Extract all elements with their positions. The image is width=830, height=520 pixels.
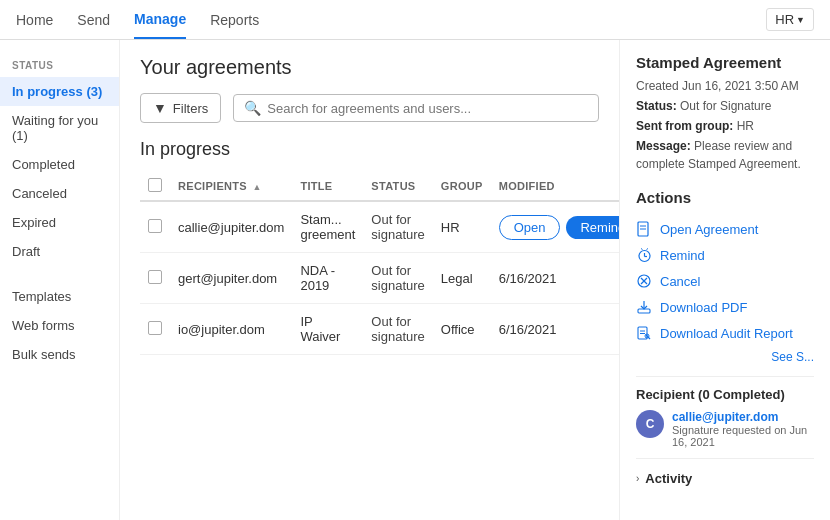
nav-items: Home Send Manage Reports	[16, 1, 259, 39]
nav-send[interactable]: Send	[77, 2, 110, 38]
row1-group: HR	[433, 201, 491, 253]
action-open-agreement[interactable]: Open Agreement	[636, 216, 814, 242]
action-cancel-label: Cancel	[660, 274, 700, 289]
row3-status: Out for signature	[363, 304, 432, 355]
sidebar-item-in-progress[interactable]: In progress (3)	[0, 77, 119, 106]
panel-divider1	[636, 175, 814, 189]
chevron-down-icon: ▼	[796, 15, 805, 25]
recipient-item: C callie@jupiter.dom Signature requested…	[636, 410, 814, 448]
panel-group-label: Sent from group:	[636, 119, 733, 133]
select-all-checkbox[interactable]	[148, 178, 162, 192]
table-row: callie@jupiter.dom Stam... greement Out …	[140, 201, 620, 253]
row3-modified: 6/16/2021	[491, 304, 620, 355]
recipient-section: Recipient (0 Completed) C callie@jupiter…	[636, 376, 814, 448]
search-input[interactable]	[267, 101, 588, 116]
action-remind[interactable]: Remind	[636, 242, 814, 268]
table-row: io@jupiter.dom IP Waiver Out for signatu…	[140, 304, 620, 355]
nav-manage[interactable]: Manage	[134, 1, 186, 39]
row1-checkbox[interactable]	[148, 219, 162, 233]
row1-checkbox-cell	[140, 201, 170, 253]
row2-modified: 6/16/2021	[491, 253, 620, 304]
row1-action-buttons: Open Remind	[499, 215, 620, 240]
panel-status-label: Status:	[636, 99, 677, 113]
row3-checkbox-cell	[140, 304, 170, 355]
col-status: STATUS	[363, 172, 432, 201]
filter-icon: ▼	[153, 100, 167, 116]
action-download-pdf[interactable]: Download PDF	[636, 294, 814, 320]
status-section-label: STATUS	[0, 56, 119, 77]
table-row: gert@jupiter.dom NDA - 2019 Out for sign…	[140, 253, 620, 304]
row1-status: Out for signature	[363, 201, 432, 253]
col-title: TITLE	[292, 172, 363, 201]
row2-checkbox[interactable]	[148, 270, 162, 284]
user-menu[interactable]: HR ▼	[766, 8, 814, 31]
sidebar-item-completed[interactable]: Completed	[0, 150, 119, 179]
download-icon	[636, 299, 652, 315]
row1-recipient: callie@jupiter.dom	[170, 201, 292, 253]
panel-created-date: Created Jun 16, 2021 3:50 AM	[636, 77, 814, 95]
right-panel: Stamped Agreement Created Jun 16, 2021 3…	[620, 40, 830, 520]
audit-icon	[636, 325, 652, 341]
sidebar-item-expired[interactable]: Expired	[0, 208, 119, 237]
col-checkbox	[140, 172, 170, 201]
panel-agreement-title: Stamped Agreement	[636, 54, 814, 71]
row2-group: Legal	[433, 253, 491, 304]
row2-checkbox-cell	[140, 253, 170, 304]
row3-recipient: io@jupiter.dom	[170, 304, 292, 355]
row3-title: IP Waiver	[292, 304, 363, 355]
row1-open-button[interactable]: Open	[499, 215, 561, 240]
row3-status-badge: Out for signature	[371, 314, 424, 344]
sidebar-item-draft[interactable]: Draft	[0, 237, 119, 266]
search-bar: 🔍	[233, 94, 599, 122]
row1-title: Stam... greement	[292, 201, 363, 253]
cancel-icon	[636, 273, 652, 289]
sort-icon: ▲	[252, 182, 261, 192]
col-group: GROUP	[433, 172, 491, 201]
recipient-section-title: Recipient (0 Completed)	[636, 387, 814, 402]
toolbar: ▼ Filters 🔍	[140, 93, 599, 123]
sidebar-divider	[0, 266, 119, 282]
row2-recipient: gert@jupiter.dom	[170, 253, 292, 304]
recipient-avatar: C	[636, 410, 664, 438]
sidebar-item-bulk-sends[interactable]: Bulk sends	[0, 340, 119, 369]
svg-line-6	[641, 248, 643, 249]
panel-message-row: Message: Please review and complete Stam…	[636, 137, 814, 173]
action-cancel[interactable]: Cancel	[636, 268, 814, 294]
action-open-agreement-label: Open Agreement	[660, 222, 758, 237]
table-header-row: RECIPIENTS ▲ TITLE STATUS GROUP MODIFIED	[140, 172, 620, 201]
page-title: Your agreements	[140, 56, 599, 79]
row3-checkbox[interactable]	[148, 321, 162, 335]
recipient-info: callie@jupiter.dom Signature requested o…	[672, 410, 814, 448]
action-download-audit[interactable]: Download Audit Report	[636, 320, 814, 346]
sidebar-item-web-forms[interactable]: Web forms	[0, 311, 119, 340]
row2-status: Out for signature	[363, 253, 432, 304]
col-modified: MODIFIED	[491, 172, 620, 201]
row2-title: NDA - 2019	[292, 253, 363, 304]
panel-status-value: Out for Signature	[680, 99, 771, 113]
sidebar-item-waiting-for-you[interactable]: Waiting for you (1)	[0, 106, 119, 150]
chevron-right-icon: ›	[636, 473, 639, 484]
svg-line-7	[646, 248, 648, 249]
content-area: Your agreements ▼ Filters 🔍 In progress …	[120, 40, 620, 520]
row3-group: Office	[433, 304, 491, 355]
recipient-name[interactable]: callie@jupiter.dom	[672, 410, 814, 424]
filter-button[interactable]: ▼ Filters	[140, 93, 221, 123]
sidebar-item-templates[interactable]: Templates	[0, 282, 119, 311]
see-more-link[interactable]: See S...	[636, 350, 814, 364]
nav-reports[interactable]: Reports	[210, 2, 259, 38]
row1-remind-button[interactable]: Remind	[566, 216, 620, 239]
col-recipients: RECIPIENTS ▲	[170, 172, 292, 201]
top-nav: Home Send Manage Reports HR ▼	[0, 0, 830, 40]
panel-status-row: Status: Out for Signature	[636, 97, 814, 115]
row1-actions: Open Remind	[491, 201, 620, 253]
clock-icon	[636, 247, 652, 263]
agreements-table: RECIPIENTS ▲ TITLE STATUS GROUP MODIFIED…	[140, 172, 620, 355]
actions-title: Actions	[636, 189, 814, 206]
action-remind-label: Remind	[660, 248, 705, 263]
activity-row[interactable]: › Activity	[636, 467, 814, 490]
nav-home[interactable]: Home	[16, 2, 53, 38]
row1-status-badge: Out for signature	[371, 212, 424, 242]
filter-label: Filters	[173, 101, 208, 116]
sidebar-item-canceled[interactable]: Canceled	[0, 179, 119, 208]
document-icon	[636, 221, 652, 237]
